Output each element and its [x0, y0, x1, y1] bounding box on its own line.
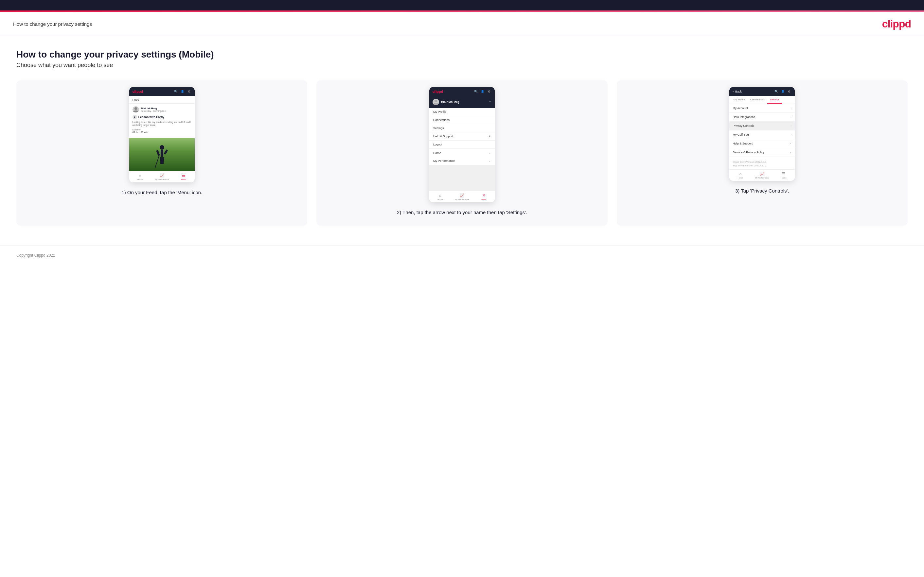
phone-bottom-nav-2: ⌂ Home 📈 My Performance ✕ Menu: [429, 191, 495, 202]
step-caption-2: 2) Then, tap the arrow next to your name…: [397, 209, 527, 216]
phone-bottom-nav-1: ⌂ Home 📈 My Performance ☰ Menu: [129, 171, 195, 182]
feed-lesson-name: Lesson with Fordy: [138, 115, 165, 119]
service-label: Service & Privacy Policy: [733, 151, 764, 154]
user-icon-3: 👤: [780, 89, 785, 94]
top-bar: [0, 0, 924, 10]
menu-username: Blair McHarg: [441, 100, 459, 104]
bottom-performance-2: 📈 My Performance: [451, 193, 473, 200]
logo: clippd: [882, 18, 911, 30]
user-avatar: [132, 106, 139, 113]
menu-label-1: Menu: [181, 179, 186, 181]
phone-screen-2: clippd 🔍 👤 ⚙: [429, 87, 495, 202]
svg-point-0: [134, 107, 137, 110]
phone-screen-1: clippd 🔍 👤 ⚙ Feed: [129, 87, 195, 182]
performance-icon-2: 📈: [459, 193, 464, 198]
settings-item-account: My Account ›: [729, 104, 795, 113]
home-icon-1: ⌂: [139, 173, 141, 178]
phone-nav-icons-3: 🔍 👤 ⚙: [774, 89, 792, 94]
menu-items: My Profile Connections Settings Help & S…: [429, 108, 495, 149]
feed-location: Yesterday · Sunningdale: [141, 110, 166, 112]
feed-lesson-title: ▶ Lesson with Fordy: [132, 115, 191, 119]
svg-point-1: [160, 145, 164, 150]
menu-section-performance: My Performance ⌄: [429, 157, 495, 165]
menu-label-3: Menu: [781, 177, 786, 179]
svg-line-7: [155, 156, 159, 168]
phone-logo-1: clippd: [132, 90, 143, 93]
user-info: Blair McHarg Yesterday · Sunningdale: [141, 107, 166, 112]
menu-item-help: Help & Support ↗: [429, 132, 495, 140]
golf-bag-label: My Golf Bag: [733, 133, 749, 136]
tab-my-profile: My Profile: [731, 96, 748, 104]
close-icon-2: ✕: [482, 193, 486, 198]
settings-item-help: Help & Support ↗: [729, 139, 795, 148]
duration-value: 01 hr : 30 min: [132, 131, 191, 134]
bottom-menu-3: ☰ Menu: [773, 172, 795, 179]
version-line2: SQL Server Version: 2022.7.30-1: [733, 164, 792, 168]
help-label: Help & Support: [433, 135, 453, 138]
phone-nav-icons-2: 🔍 👤 ⚙: [474, 89, 491, 94]
menu-section: Home ⌄ My Performance ⌄: [429, 149, 495, 165]
menu-label-2: Menu: [481, 198, 486, 200]
menu-item-settings: Settings: [429, 124, 495, 132]
menu-user-info: Blair McHarg: [433, 99, 459, 105]
settings-item-golf-bag: My Golf Bag ›: [729, 131, 795, 139]
home-icon-3: ⌂: [739, 172, 741, 176]
tab-connections: Connections: [748, 96, 767, 104]
bottom-menu-1: ☰ Menu: [173, 173, 195, 181]
page-heading: How to change your privacy settings (Mob…: [16, 49, 908, 60]
phone-nav-icons-1: 🔍 👤 ⚙: [174, 89, 191, 94]
search-icon-2: 🔍: [474, 89, 478, 94]
menu-user-row: Blair McHarg ⌃: [429, 96, 495, 108]
search-icon-1: 🔍: [174, 89, 178, 94]
performance-icon-3: 📈: [760, 172, 765, 176]
help-settings-label: Help & Support: [733, 142, 753, 145]
help-external-icon: ↗: [789, 142, 792, 145]
service-external-icon: ↗: [789, 151, 792, 154]
menu-bg-overlay: [429, 165, 495, 191]
settings-back-nav: < Back 🔍 👤 ⚙: [729, 87, 795, 96]
step-card-2: clippd 🔍 👤 ⚙: [317, 81, 607, 226]
settings-item-service: Service & Privacy Policy ↗: [729, 148, 795, 157]
search-icon-3: 🔍: [774, 89, 779, 94]
svg-rect-3: [156, 150, 160, 156]
page-subheading: Choose what you want people to see: [16, 62, 908, 69]
back-button: < Back: [733, 90, 742, 93]
page-header: How to change your privacy settings clip…: [0, 12, 924, 36]
settings-item-integrations: Data Integrations ›: [729, 113, 795, 122]
settings-item-privacy: Privacy Controls ›: [729, 122, 795, 131]
settings-icon-2: ⚙: [487, 89, 491, 94]
integrations-chevron: ›: [790, 115, 792, 119]
svg-rect-2: [161, 150, 163, 157]
performance-icon-1: 📈: [159, 173, 164, 178]
feed-golf-image: [129, 138, 195, 171]
feed-user: Blair McHarg Yesterday · Sunningdale: [132, 106, 191, 113]
settings-version: Clippd Client Version: 2022.8.3-3 SQL Se…: [729, 157, 795, 169]
home-icon-2: ⌂: [439, 193, 441, 198]
user-icon-1: 👤: [180, 89, 185, 94]
home-chevron: ⌄: [488, 152, 491, 155]
performance-chevron: ⌄: [488, 160, 491, 163]
feed-description: Looking to feel like my hands are exitin…: [132, 121, 191, 127]
home-section-label: Home: [433, 152, 441, 155]
bottom-home-3: ⌂ Home: [729, 172, 751, 179]
menu-icon-3: ☰: [782, 172, 786, 176]
phone-bottom-nav-3: ⌂ Home 📈 My Performance ☰ Menu: [729, 169, 795, 181]
svg-point-8: [435, 100, 437, 102]
bottom-home-2: ⌂ Home: [429, 193, 451, 200]
step-card-3: < Back 🔍 👤 ⚙ My Profile Connections Sett…: [617, 81, 908, 226]
lesson-icon: ▶: [132, 115, 137, 119]
bottom-performance-1: 📈 My Performance: [151, 173, 173, 181]
tab-settings: Settings: [767, 96, 782, 104]
step-card-1: clippd 🔍 👤 ⚙ Feed: [16, 81, 307, 226]
privacy-chevron: ›: [790, 124, 792, 127]
feed-post: Blair McHarg Yesterday · Sunningdale ▶ L…: [129, 104, 195, 138]
menu-icon-1: ☰: [182, 173, 186, 178]
header-title: How to change your privacy settings: [13, 21, 92, 27]
feed-username: Blair McHarg: [141, 107, 166, 110]
menu-avatar: [433, 99, 439, 105]
phone-screen-3: < Back 🔍 👤 ⚙ My Profile Connections Sett…: [729, 87, 795, 181]
phone-nav-1: clippd 🔍 👤 ⚙: [129, 87, 195, 96]
home-label-3: Home: [738, 177, 743, 179]
external-link-icon: ↗: [488, 135, 491, 138]
copyright-text: Copyright Clippd 2022: [16, 253, 55, 258]
